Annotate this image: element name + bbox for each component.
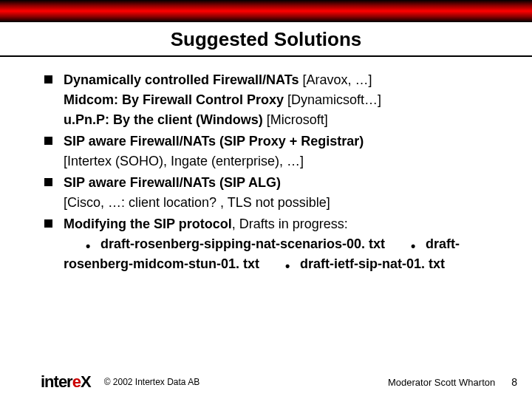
- bullet-2: SIP aware Firewall/NATs (SIP Proxy + Reg…: [44, 132, 502, 171]
- copyright: © 2002 Intertex Data AB: [104, 377, 200, 387]
- page-number: 8: [511, 376, 517, 388]
- moderator: Moderator Scott Wharton: [388, 377, 495, 388]
- logo-text: e: [72, 372, 81, 391]
- bullet-text: Dynamically controlled Firewall/NATs: [64, 72, 299, 87]
- bullet-text: u.Pn.P: By the client (Windows): [64, 112, 263, 127]
- sub-bullet: draft-rosenberg-sipping-nat-scenarios-00…: [64, 236, 385, 251]
- bullet-text: Midcom: By Firewall Control Proxy: [64, 92, 284, 107]
- bullet-text: [Aravox, …]: [299, 72, 372, 87]
- bullet-text: [Intertex (SOHO), Ingate (enterprise), ……: [64, 154, 304, 168]
- top-gradient-band: [0, 0, 532, 22]
- bullet-text: SIP aware Firewall/NATs (SIP Proxy + Reg…: [64, 134, 364, 149]
- footer: intereX © 2002 Intertex Data AB Moderato…: [0, 372, 532, 392]
- logo: intereX: [41, 372, 91, 392]
- bullet-text: SIP aware Firewall/NATs (SIP ALG): [64, 175, 281, 190]
- content-area: Dynamically controlled Firewall/NATs [Ar…: [0, 57, 532, 274]
- bullet-text: , Drafts in progress:: [232, 216, 348, 231]
- slide-title: Suggested Solutions: [0, 28, 532, 51]
- bullet-text: [Dynamicsoft…]: [284, 92, 381, 107]
- logo-text: X: [81, 372, 91, 391]
- sub-bullet: draft-ietf-sip-nat-01. txt: [263, 256, 445, 271]
- bullet-text: [Microsoft]: [263, 112, 328, 127]
- bullet-1: Dynamically controlled Firewall/NATs [Ar…: [44, 70, 502, 130]
- logo-text: inter: [41, 372, 72, 391]
- bullet-3: SIP aware Firewall/NATs (SIP ALG) [Cisco…: [44, 173, 502, 213]
- bullet-4: Modifying the SIP protocol, Drafts in pr…: [44, 214, 502, 274]
- bullet-text: Modifying the SIP protocol: [64, 216, 232, 231]
- bullet-text: [Cisco, …: client location? , TLS not po…: [64, 195, 330, 210]
- title-area: Suggested Solutions: [0, 22, 532, 57]
